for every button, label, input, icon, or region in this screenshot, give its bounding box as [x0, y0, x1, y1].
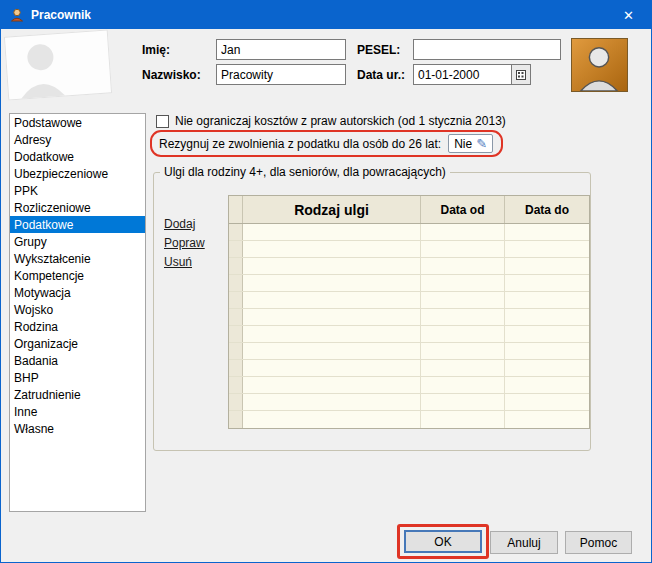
table-cell: [505, 411, 589, 428]
table-cell: [243, 394, 421, 410]
sidebar-item-rodzina[interactable]: Rodzina: [10, 318, 145, 335]
first-name-input[interactable]: [216, 39, 346, 60]
table-row[interactable]: [229, 360, 589, 377]
birth-date-input[interactable]: [413, 64, 512, 85]
cancel-button[interactable]: Anuluj: [490, 531, 558, 554]
sidebar-item-grupy[interactable]: Grupy: [10, 233, 145, 250]
sidebar-item-bhp[interactable]: BHP: [10, 369, 145, 386]
sidebar-item-motywacja[interactable]: Motywacja: [10, 284, 145, 301]
table-row[interactable]: [229, 224, 589, 241]
table-row[interactable]: [229, 292, 589, 309]
table-cell: [421, 360, 505, 376]
pesel-input[interactable]: [413, 39, 561, 60]
table-cell: [505, 224, 589, 240]
table-row[interactable]: [229, 326, 589, 343]
table-cell: [243, 343, 421, 359]
table-cell: [421, 224, 505, 240]
ulgi-table: Rodzaj ulgiData odData do: [228, 195, 590, 429]
table-header-data-do: Data do: [505, 196, 589, 223]
action-link-usu[interactable]: Usuń: [164, 255, 205, 269]
sidebar-item-adresy[interactable]: Adresy: [10, 131, 145, 148]
photo-watermark: [4, 29, 112, 100]
action-link-dodaj[interactable]: Dodaj: [164, 217, 205, 231]
sidebar-item-kompetencje[interactable]: Kompetencje: [10, 267, 145, 284]
table-cell: [421, 275, 505, 291]
action-links: DodajPoprawUsuń: [164, 217, 205, 269]
author-costs-checkbox[interactable]: [156, 115, 169, 128]
sidebar-item-dodatkowe[interactable]: Dodatkowe: [10, 148, 145, 165]
table-cell: [421, 377, 505, 393]
close-icon[interactable]: ✕: [606, 1, 651, 29]
row-header-cell: [229, 411, 243, 428]
sidebar-item-organizacje[interactable]: Organizacje: [10, 335, 145, 352]
annotation-tax-exemption-highlight: Rezygnuj ze zwolnienia z podatku dla osó…: [150, 130, 503, 157]
table-cell: [243, 275, 421, 291]
birth-date-label: Data ur.:: [357, 68, 405, 82]
table-cell: [505, 360, 589, 376]
row-header-cell: [229, 377, 243, 393]
table-cell: [505, 326, 589, 342]
help-button[interactable]: Pomoc: [565, 531, 632, 554]
action-link-popraw[interactable]: Popraw: [164, 236, 205, 250]
table-cell: [243, 224, 421, 240]
table-header-data-od: Data od: [421, 196, 505, 223]
table-cell: [505, 377, 589, 393]
sidebar-item-ubezpieczeniowe[interactable]: Ubezpieczeniowe: [10, 165, 145, 182]
table-cell: [243, 411, 421, 428]
sidebar-item-w-asne[interactable]: Własne: [10, 420, 145, 437]
table-row[interactable]: [229, 258, 589, 275]
table-row[interactable]: [229, 343, 589, 360]
tax-exemption-value-field[interactable]: Nie ✎: [448, 134, 493, 153]
employee-photo[interactable]: [571, 38, 628, 92]
row-header-cell: [229, 326, 243, 342]
table-cell: [243, 241, 421, 257]
ulgi-table-header-row: Rodzaj ulgiData odData do: [229, 196, 589, 224]
table-row[interactable]: [229, 275, 589, 292]
row-header-cell: [229, 360, 243, 376]
employee-icon: [9, 7, 25, 23]
table-cell: [505, 309, 589, 325]
annotation-ok-highlight: OK: [397, 524, 489, 559]
sidebar-item-badania[interactable]: Badania: [10, 352, 145, 369]
row-header-cell: [229, 343, 243, 359]
table-cell: [243, 292, 421, 308]
table-cell: [421, 343, 505, 359]
last-name-label: Nazwisko:: [142, 68, 201, 82]
table-row[interactable]: [229, 309, 589, 326]
row-header-cell: [229, 241, 243, 257]
table-cell: [505, 241, 589, 257]
sidebar-list: PodstawoweAdresyDodatkoweUbezpieczeniowe…: [9, 113, 146, 512]
table-row[interactable]: [229, 241, 589, 258]
row-header-cell: [229, 258, 243, 274]
first-name-label: Imię:: [142, 43, 170, 57]
sidebar-item-rozliczeniowe[interactable]: Rozliczeniowe: [10, 199, 145, 216]
sidebar-item-inne[interactable]: Inne: [10, 403, 145, 420]
table-row[interactable]: [229, 377, 589, 394]
sidebar-item-podatkowe[interactable]: Podatkowe: [10, 216, 145, 233]
table-cell: [421, 241, 505, 257]
last-name-input[interactable]: [216, 64, 346, 85]
ulgi-table-body: [229, 224, 589, 428]
table-cell: [243, 360, 421, 376]
sidebar-item-wykszta-cenie[interactable]: Wykształcenie: [10, 250, 145, 267]
sidebar-item-ppk[interactable]: PPK: [10, 182, 145, 199]
table-row[interactable]: [229, 411, 589, 428]
sidebar-item-zatrudnienie[interactable]: Zatrudnienie: [10, 386, 145, 403]
calendar-picker-icon[interactable]: [512, 64, 531, 85]
table-cell: [505, 292, 589, 308]
sidebar-item-wojsko[interactable]: Wojsko: [10, 301, 145, 318]
sidebar-item-podstawowe[interactable]: Podstawowe: [10, 114, 145, 131]
titlebar[interactable]: Pracownik ✕: [1, 1, 651, 29]
table-row[interactable]: [229, 394, 589, 411]
window-title: Pracownik: [31, 8, 91, 22]
table-cell: [421, 258, 505, 274]
ok-button[interactable]: OK: [404, 530, 482, 553]
row-header-cell: [229, 292, 243, 308]
ulgi-groupbox: Ulgi dla rodziny 4+, dla seniorów, dla p…: [153, 172, 591, 451]
table-cell: [505, 343, 589, 359]
row-header-cell: [229, 309, 243, 325]
ulgi-groupbox-title: Ulgi dla rodziny 4+, dla seniorów, dla p…: [160, 165, 450, 179]
table-cell: [243, 377, 421, 393]
table-cell: [243, 258, 421, 274]
table-cell: [505, 258, 589, 274]
